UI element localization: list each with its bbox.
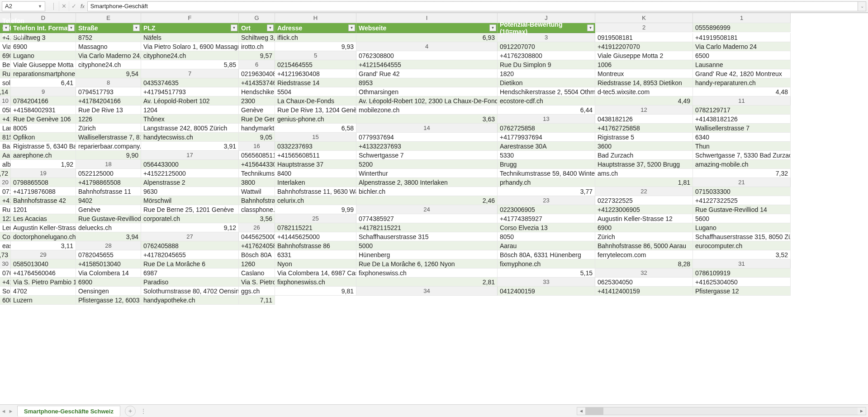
row-header[interactable]: 2 [595, 23, 693, 32]
row-header[interactable]: 13 [498, 115, 595, 124]
table-cell[interactable]: eurocomputer.ch [693, 241, 791, 250]
row-header[interactable]: 5 [275, 51, 356, 60]
table-cell[interactable]: 8953 [356, 78, 498, 87]
table-cell[interactable]: +41223006905 [595, 205, 693, 214]
table-cell[interactable]: 0798865508 [11, 178, 76, 187]
table-cell[interactable]: Grand' Rue 42 [356, 69, 498, 78]
table-cell[interactable]: 0564433000 [141, 160, 239, 169]
table-cell[interactable]: Langstrasse 242 [0, 124, 11, 133]
table-cell[interactable]: fixphoneswiss.ch [356, 268, 498, 278]
row-header[interactable]: 30 [0, 259, 11, 268]
table-cell[interactable]: 3,94 [76, 232, 141, 241]
table-cell[interactable]: +41522125000 [141, 169, 239, 178]
table-cell[interactable]: Aarau [498, 241, 595, 250]
table-cell[interactable]: bichler.ch [356, 187, 498, 196]
table-cell[interactable]: 6500 [693, 51, 791, 60]
table-cell[interactable]: 3,91 [141, 142, 239, 151]
table-cell[interactable]: +41764560046 [11, 268, 76, 278]
column-header[interactable]: I [356, 13, 498, 23]
row-header[interactable]: 7 [141, 69, 239, 78]
table-header-cell[interactable]: Potenzial-Bewertung (10=max)▼ [498, 23, 595, 33]
filter-dropdown-icon[interactable]: ▼ [133, 24, 140, 31]
table-cell[interactable]: +41219630408 [275, 69, 356, 78]
row-header[interactable]: 14 [356, 124, 498, 133]
table-cell[interactable]: Zürich [76, 124, 141, 133]
table-cell[interactable]: +41585013040 [76, 259, 141, 268]
column-header[interactable]: K [595, 13, 693, 23]
table-cell[interactable]: 0565608511 [239, 151, 275, 160]
table-cell[interactable]: handymarkt-limmat.ch [239, 124, 275, 133]
table-cell[interactable]: 9,05 [239, 133, 275, 142]
table-cell[interactable]: Via Carlo Maderno 24 [693, 42, 791, 51]
table-cell[interactable]: Viale Giuseppe Motta 2, 6500 Bellinzona [11, 60, 76, 69]
expand-formula-button[interactable]: ⌄ [858, 1, 866, 11]
table-cell[interactable]: 0762308800 [356, 51, 498, 60]
table-cell[interactable]: doctorphonelugano.ch [11, 232, 76, 241]
table-cell[interactable]: Rue Gustave-Revilliod 14, 1227 Les Acaci… [76, 214, 141, 223]
table-cell[interactable]: 0435374635 [141, 78, 239, 87]
formula-input[interactable]: Smartphone-Geschäft [87, 1, 858, 11]
table-cell[interactable]: Corso Elvezia 13 [498, 223, 595, 232]
table-cell[interactable]: Bösch 80A [239, 250, 275, 259]
table-cell[interactable]: 8752 [76, 33, 141, 42]
table-cell[interactable]: Schaffhauserstrasse 315, 8050 Zürich [693, 232, 791, 241]
table-cell[interactable]: Opfikon [11, 133, 76, 142]
tab-splitter-icon[interactable]: ⋮ [139, 408, 147, 414]
table-cell[interactable]: Bahnhofstrasse 86, 5000 Aarau [595, 241, 693, 250]
table-cell[interactable]: Viale Giuseppe Motta 2 [595, 51, 693, 60]
scroll-track[interactable] [585, 407, 858, 415]
table-cell[interactable]: cityphone24.ch [76, 60, 141, 69]
table-cell[interactable]: Rue Du Simplon 9 [498, 60, 595, 69]
table-cell[interactable]: 6,93 [356, 33, 498, 42]
table-cell[interactable]: Av. Léopold-Robert 102, 2300 La Chaux-De… [356, 96, 498, 105]
table-cell[interactable]: 0555896999 [693, 23, 791, 32]
table-cell[interactable]: Bahnhofstrasse 11, 9630 Wattwil [275, 187, 356, 196]
fx-icon[interactable]: fx [81, 3, 85, 10]
table-cell[interactable]: Näfels [141, 33, 239, 42]
table-cell[interactable]: +41215464555 [356, 60, 498, 69]
table-cell[interactable]: 6900 [11, 42, 76, 51]
table-cell[interactable]: irotto.ch [239, 42, 275, 51]
table-cell[interactable]: +41438182126 [693, 115, 791, 124]
table-cell[interactable]: +41782115221 [356, 223, 498, 232]
row-header[interactable]: 16 [239, 142, 275, 151]
table-cell[interactable]: albtech.ch [0, 160, 11, 169]
table-cell[interactable]: Augustin Keller-Strasse 12, 5600 Lenzbur… [11, 223, 76, 232]
table-cell[interactable]: fixmyphone.ch [498, 259, 595, 268]
table-cell[interactable]: +41912207070 [595, 42, 693, 51]
table-cell[interactable]: 6,44 [498, 105, 595, 115]
table-cell[interactable]: 5000 [356, 241, 498, 250]
table-cell[interactable]: 9,12 [141, 223, 239, 232]
filter-dropdown-icon[interactable]: ▼ [231, 24, 237, 31]
table-cell[interactable]: Rue De Rive 13, 1204 Genève [275, 105, 356, 115]
table-cell[interactable]: 8050 [498, 232, 595, 241]
table-cell[interactable]: Technikumstrasse 59, 8400 Winterthur [498, 169, 595, 178]
table-cell[interactable]: Wallisellerstrasse 7 [693, 124, 791, 133]
table-cell[interactable]: Schwertgasse 7, 5330 Bad Zurzach [693, 151, 791, 160]
table-cell[interactable]: 3600 [595, 142, 693, 151]
table-cell[interactable]: 0782045655 [76, 250, 141, 259]
row-header[interactable]: 26 [239, 223, 275, 232]
table-header-cell[interactable]: PLZ▼ [141, 23, 239, 33]
table-cell[interactable]: +41794517793 [141, 87, 239, 96]
table-cell[interactable]: 9,81 [275, 287, 356, 296]
table-cell[interactable]: Via Colombera 14, 6987 Caslano [275, 268, 356, 278]
table-cell[interactable]: 9,54 [76, 69, 141, 78]
table-cell[interactable]: 6900 [595, 223, 693, 232]
table-cell[interactable]: +41782129717 [0, 115, 11, 124]
table-cell[interactable]: 0786109919 [693, 268, 791, 278]
table-cell[interactable]: 9,99 [275, 205, 356, 214]
table-cell[interactable]: +41762308800 [498, 51, 595, 60]
table-cell[interactable]: 5504 [275, 87, 356, 96]
table-cell[interactable]: +41332237693 [356, 142, 498, 151]
table-cell[interactable]: +41564433000 [239, 160, 275, 169]
table-cell[interactable]: 3,52 [693, 250, 791, 259]
table-cell[interactable]: Schiltweg 3, 8752 Näfels [239, 33, 275, 42]
table-cell[interactable]: +41786109919 [0, 278, 11, 287]
table-cell[interactable]: handyapotheke.ch [141, 296, 239, 305]
table-cell[interactable]: 0782129717 [693, 105, 791, 115]
table-cell[interactable]: 3800 [239, 178, 275, 187]
table-cell[interactable]: 6,41 [11, 78, 76, 87]
table-header-cell[interactable]: Telefon CH. Format▼ [0, 23, 11, 33]
table-cell[interactable]: Caslano [239, 268, 275, 278]
